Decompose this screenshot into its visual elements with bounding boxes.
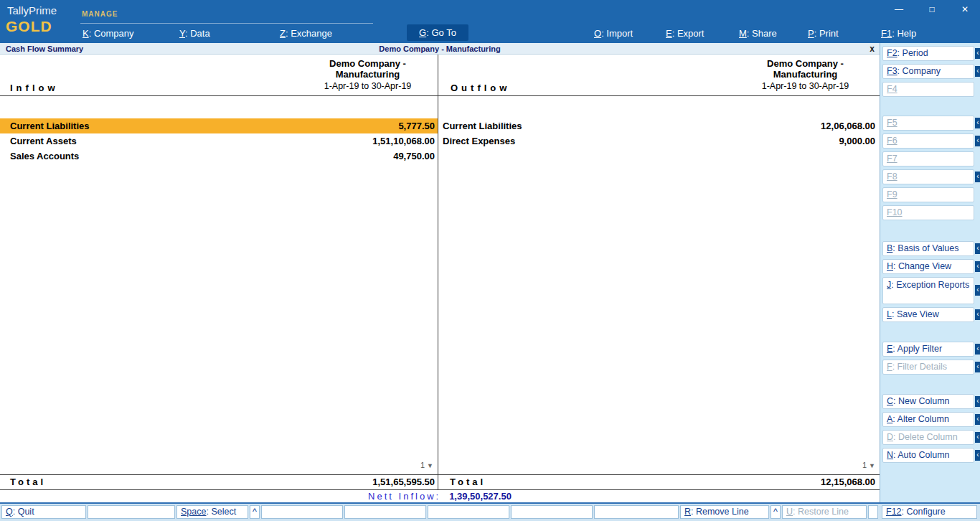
quit-button[interactable]: Q: Quit: [1, 505, 86, 519]
table-row[interactable]: Current Liabilities 12,06,068.00: [438, 118, 880, 133]
tallyprime-window: TallyPrime GOLD MANAGE K: Company Y: Dat…: [0, 0, 980, 521]
menu-import[interactable]: O: Import: [594, 28, 633, 39]
active-company-label: Demo Company - Manufacturing: [0, 44, 880, 53]
expand-left-icon[interactable]: ‹: [975, 261, 980, 272]
inflow-pager[interactable]: 1 ▼: [0, 461, 433, 469]
sidebar-button-exception-reports[interactable]: J: Exception Reports: [882, 277, 974, 304]
empty-cell: [868, 505, 878, 519]
menu-company[interactable]: K: Company: [83, 28, 134, 39]
menu-print[interactable]: P: Print: [808, 28, 839, 39]
nett-inflow-label: Nett Inflow:: [368, 491, 440, 502]
menu-help[interactable]: F1: Help: [881, 28, 916, 39]
expand-left-icon[interactable]: ‹: [975, 396, 980, 407]
expand-left-icon: ‹: [975, 432, 980, 443]
total-top-divider: [0, 474, 880, 475]
expand-left-icon[interactable]: ‹: [975, 450, 980, 461]
sidebar-button-f8: F8: [882, 169, 974, 184]
table-row[interactable]: Current Liabilities 5,777.50: [0, 118, 438, 133]
outflow-period: 1-Apr-19 to 30-Apr-19: [739, 81, 872, 91]
expand-left-icon[interactable]: ‹: [975, 172, 980, 182]
outflow-company-name: Demo Company - Manufacturing: [760, 58, 852, 80]
expand-left-icon[interactable]: ‹: [975, 344, 980, 355]
nett-inflow-row: Nett Inflow: 1,39,50,527.50: [0, 490, 880, 502]
sidebar-button-new-column[interactable]: C: New Column: [882, 394, 974, 409]
menu-share[interactable]: M: Share: [739, 28, 777, 39]
maximize-icon[interactable]: □: [923, 3, 941, 16]
sidebar-button-company[interactable]: F3: Company: [882, 64, 974, 79]
expand-left-icon[interactable]: ‹: [975, 414, 980, 425]
report-strip: Cash Flow Summary Demo Company - Manufac…: [0, 43, 880, 55]
sidebar-button-apply-filter[interactable]: E: Apply Filter: [882, 342, 974, 357]
total-amount: 1,51,65,595.50: [372, 476, 438, 489]
report-close-icon[interactable]: x: [870, 44, 875, 54]
expand-left-icon[interactable]: ‹: [975, 66, 980, 77]
expand-left-icon: ‹: [975, 136, 980, 146]
sidebar-button-configure[interactable]: F12: Configure: [882, 505, 977, 519]
sidebar-button-auto-column[interactable]: N: Auto Column: [882, 448, 974, 463]
expand-up-icon[interactable]: ^: [250, 505, 260, 519]
header-divider: [0, 95, 880, 96]
row-amount: 1,51,10,068.00: [372, 133, 438, 149]
expand-left-icon[interactable]: ‹: [975, 285, 980, 296]
table-row[interactable]: Sales Accounts 49,750.00: [0, 149, 438, 164]
restore-line-button: U: Restore Line: [782, 505, 867, 519]
table-row[interactable]: Direct Expenses 9,000.00: [438, 133, 880, 149]
inflow-company-name: Demo Company - Manufacturing: [322, 58, 414, 80]
remove-line-button[interactable]: R: Remove Line: [680, 505, 769, 519]
row-name: Direct Expenses: [438, 133, 515, 149]
total-amount: 12,15,068.00: [821, 476, 880, 489]
row-name: Current Liabilities: [0, 118, 90, 133]
row-amount: 12,06,068.00: [821, 118, 880, 133]
inflow-period: 1-Apr-19 to 30-Apr-19: [301, 81, 434, 91]
expand-left-icon[interactable]: ‹: [975, 48, 980, 59]
sidebar-button-save-view[interactable]: L: Save View: [882, 307, 974, 322]
menu-goto[interactable]: G: Go To: [407, 24, 468, 41]
table-row[interactable]: Current Assets 1,51,10,068.00: [0, 133, 438, 149]
sidebar-button-basis-of-values[interactable]: B: Basis of Values: [882, 241, 974, 256]
empty-cell: [88, 505, 175, 519]
empty-cell: [511, 505, 593, 519]
sidebar-button-f9: F9: [882, 187, 974, 202]
sidebar-button-alter-column[interactable]: A: Alter Column: [882, 412, 974, 427]
sidebar-button-f10: F10: [882, 205, 974, 220]
sidebar-button-delete-column: D: Delete Column: [882, 430, 974, 445]
nett-inflow-amount: 1,39,50,527.50: [449, 491, 512, 502]
menu-exchange[interactable]: Z: Exchange: [280, 28, 332, 39]
empty-cell: [428, 505, 509, 519]
empty-cell: [261, 505, 343, 519]
app-name: TallyPrime: [7, 4, 57, 17]
outflow-section-label: Outflow: [451, 83, 510, 93]
outflow-column-header: Demo Company - Manufacturing 1-Apr-19 to…: [739, 58, 872, 91]
sidebar-button-f6: F6: [882, 133, 974, 149]
outflow-pager[interactable]: 1 ▼: [438, 461, 875, 469]
sidebar-button-f4: F4: [882, 82, 974, 97]
row-name: Current Liabilities: [438, 118, 522, 133]
row-name: Current Assets: [0, 133, 77, 149]
expand-left-icon[interactable]: ‹: [975, 243, 980, 254]
inflow-rows: Current Liabilities 5,777.50 Current Ass…: [0, 118, 438, 164]
expand-left-icon: ‹: [975, 362, 980, 372]
expand-up-icon[interactable]: ^: [771, 505, 781, 519]
outflow-rows: Current Liabilities 12,06,068.00 Direct …: [438, 118, 880, 149]
menu-export[interactable]: E: Export: [666, 28, 704, 39]
title-bar: TallyPrime GOLD MANAGE K: Company Y: Dat…: [0, 0, 980, 43]
button-panel: F2: Period‹ F3: Company‹ F4 F5‹ F6‹ F7 F…: [880, 43, 980, 521]
manage-section-label: MANAGE: [82, 10, 118, 18]
menu-data[interactable]: Y: Data: [179, 28, 210, 39]
total-label: Total: [0, 476, 46, 489]
inflow-total-row: Total 1,51,65,595.50: [0, 476, 438, 489]
expand-left-icon[interactable]: ‹: [975, 309, 980, 320]
inflow-column-header: Demo Company - Manufacturing 1-Apr-19 to…: [301, 58, 434, 91]
sidebar-button-filter-details: F: Filter Details: [882, 360, 974, 375]
sidebar-button-change-view[interactable]: H: Change View: [882, 259, 974, 274]
row-amount: 9,000.00: [839, 133, 880, 149]
edition-badge: GOLD: [6, 18, 52, 35]
sidebar-button-period[interactable]: F2: Period: [882, 46, 974, 61]
close-icon[interactable]: ✕: [956, 3, 974, 16]
row-name: Sales Accounts: [0, 149, 79, 164]
minimize-icon[interactable]: —: [890, 3, 908, 16]
select-button[interactable]: Space: Select: [176, 505, 248, 519]
expand-left-icon: ‹: [975, 118, 980, 128]
outflow-total-row: Total 12,15,068.00: [438, 476, 880, 489]
row-amount: 49,750.00: [393, 149, 438, 164]
